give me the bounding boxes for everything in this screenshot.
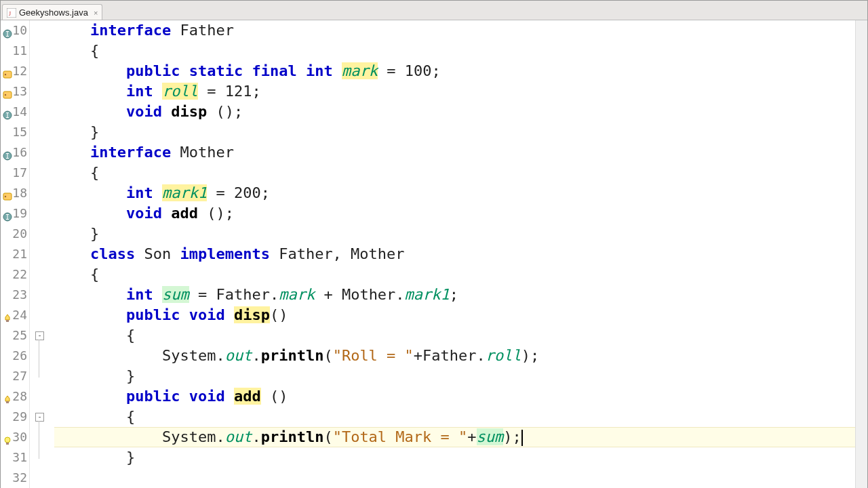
- line-number: 28: [1, 386, 27, 407]
- line-number: 23: [1, 285, 27, 305]
- editor-window: J Geekyshows.java × 10I11121314I1516I171…: [0, 0, 868, 488]
- code-line[interactable]: interface Father: [54, 20, 855, 41]
- code-line[interactable]: public static final int mark = 100;: [54, 61, 855, 81]
- code-line[interactable]: {: [54, 264, 855, 285]
- svg-rect-19: [6, 443, 9, 445]
- code-line[interactable]: public void disp(): [54, 305, 855, 325]
- warning-marker-icon[interactable]: [2, 188, 13, 199]
- code-line[interactable]: }: [54, 447, 855, 468]
- line-number: 10I: [1, 20, 27, 41]
- line-number: 32: [1, 468, 27, 488]
- code-line[interactable]: {: [54, 41, 855, 61]
- line-number-gutter: 10I11121314I1516I171819I2021222324252627…: [1, 20, 30, 488]
- code-area[interactable]: interface Father { public static final i…: [52, 20, 855, 488]
- interface-marker-icon[interactable]: I: [2, 25, 13, 36]
- line-number: 26: [1, 346, 27, 366]
- fold-toggle[interactable]: -: [35, 413, 44, 422]
- svg-point-5: [5, 74, 6, 75]
- line-number: 21: [1, 244, 27, 264]
- warning-marker-icon[interactable]: [2, 66, 13, 77]
- text-cursor: [521, 430, 523, 446]
- line-number: 15: [1, 122, 27, 142]
- file-tab[interactable]: J Geekyshows.java ×: [2, 4, 102, 20]
- tab-filename: Geekyshows.java: [19, 7, 88, 18]
- svg-text:I: I: [5, 152, 9, 160]
- svg-text:I: I: [5, 112, 9, 119]
- line-number: 11: [1, 41, 27, 61]
- line-number: 24: [1, 305, 27, 325]
- svg-rect-17: [6, 401, 9, 403]
- code-line[interactable]: }: [54, 366, 855, 386]
- line-number: 31: [1, 447, 27, 468]
- line-number: 25: [1, 325, 27, 346]
- hint-marker-icon[interactable]: [2, 310, 13, 321]
- code-line[interactable]: int roll = 121;: [54, 81, 855, 102]
- line-number: 20: [1, 224, 27, 244]
- code-line[interactable]: {: [54, 325, 855, 346]
- fold-gutter: --: [30, 20, 52, 488]
- interface-marker-icon[interactable]: I: [2, 208, 13, 219]
- code-line[interactable]: System.out.println("Roll = "+Father.roll…: [54, 346, 855, 366]
- code-line[interactable]: class Son implements Father, Mother: [54, 244, 855, 264]
- line-number: 14I: [1, 102, 27, 122]
- line-number: 18: [1, 183, 27, 203]
- line-number: 27: [1, 366, 27, 386]
- svg-point-18: [5, 437, 10, 443]
- line-number: 17: [1, 163, 27, 183]
- line-number: 22: [1, 264, 27, 285]
- editor-area: 10I11121314I1516I171819I2021222324252627…: [1, 20, 867, 488]
- code-line[interactable]: interface Mother: [54, 142, 855, 163]
- interface-marker-icon[interactable]: I: [2, 106, 13, 117]
- svg-point-13: [5, 196, 6, 197]
- line-number: 16I: [1, 142, 27, 163]
- tab-bar: J Geekyshows.java ×: [1, 1, 867, 20]
- tab-close-icon[interactable]: ×: [94, 9, 98, 17]
- code-line[interactable]: void disp ();: [54, 102, 855, 122]
- code-line[interactable]: int mark1 = 200;: [54, 183, 855, 203]
- line-number: 30: [1, 427, 27, 447]
- bulb-marker-icon[interactable]: [2, 432, 13, 443]
- warning-marker-icon[interactable]: [2, 86, 13, 97]
- interface-marker-icon[interactable]: I: [2, 147, 13, 158]
- svg-text:J: J: [9, 9, 12, 16]
- code-line[interactable]: void add ();: [54, 203, 855, 224]
- line-number: 13: [1, 81, 27, 102]
- code-line[interactable]: [54, 468, 855, 488]
- svg-text:I: I: [5, 30, 9, 38]
- code-line[interactable]: }: [54, 122, 855, 142]
- code-line[interactable]: }: [54, 224, 855, 244]
- code-line[interactable]: {: [54, 163, 855, 183]
- vertical-scrollbar[interactable]: [855, 20, 867, 488]
- code-line[interactable]: {: [54, 407, 855, 427]
- fold-toggle[interactable]: -: [35, 331, 44, 340]
- hint-marker-icon[interactable]: [2, 391, 13, 402]
- svg-text:I: I: [5, 214, 9, 221]
- svg-rect-16: [6, 320, 9, 322]
- line-number: 12: [1, 61, 27, 81]
- java-file-icon: J: [7, 8, 16, 18]
- svg-point-7: [5, 94, 6, 96]
- code-line[interactable]: int sum = Father.mark + Mother.mark1;: [54, 285, 855, 305]
- line-number: 19I: [1, 203, 27, 224]
- code-line[interactable]: public void add (): [54, 386, 855, 407]
- code-line[interactable]: System.out.println("Total Mark = "+sum);: [54, 427, 855, 447]
- line-number: 29: [1, 407, 27, 427]
